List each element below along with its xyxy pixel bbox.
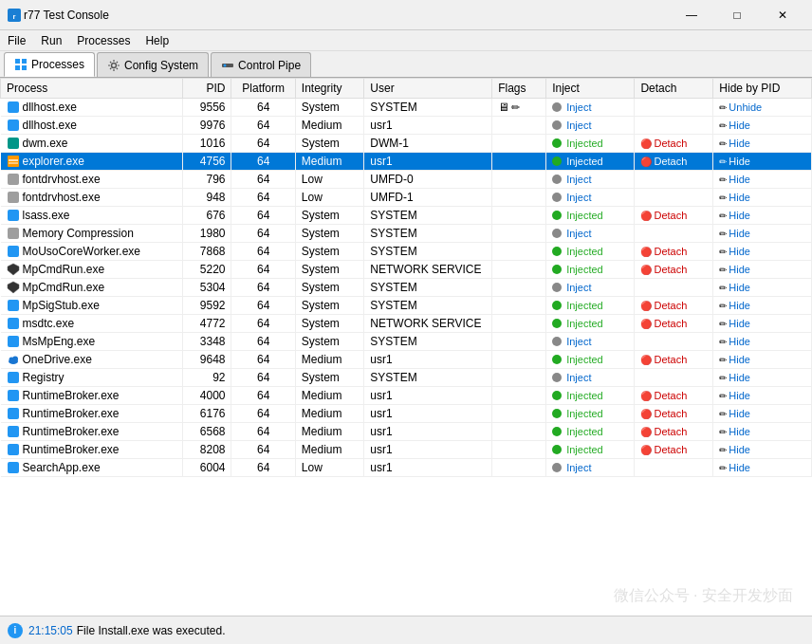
- inject-button[interactable]: Inject: [566, 282, 591, 293]
- table-row[interactable]: MpCmdRun.exe 5220 64 System NETWORK SERV…: [1, 261, 812, 279]
- detach-cell[interactable]: [635, 117, 713, 135]
- inject-cell[interactable]: Injected: [546, 387, 635, 405]
- detach-button[interactable]: Detach: [654, 426, 687, 437]
- inject-cell[interactable]: Injected: [546, 153, 635, 171]
- inject-cell[interactable]: Inject: [546, 369, 635, 387]
- hide-cell[interactable]: ✏Hide: [713, 207, 812, 225]
- hide-cell[interactable]: ✏Hide: [713, 369, 812, 387]
- inject-button[interactable]: Inject: [566, 192, 591, 203]
- hide-button[interactable]: Hide: [729, 138, 750, 149]
- hide-button[interactable]: Hide: [729, 228, 750, 239]
- table-row[interactable]: RuntimeBroker.exe 6568 64 Medium usr1 In…: [1, 423, 812, 441]
- minimize-button[interactable]: —: [670, 0, 713, 30]
- hide-button[interactable]: Hide: [729, 444, 750, 455]
- menu-file[interactable]: File: [0, 30, 33, 50]
- inject-cell[interactable]: Injected: [546, 135, 635, 153]
- hide-button[interactable]: Hide: [729, 282, 750, 293]
- hide-cell[interactable]: ✏Hide: [713, 225, 812, 243]
- inject-cell[interactable]: Inject: [546, 117, 635, 135]
- hide-button[interactable]: Hide: [729, 210, 750, 221]
- inject-cell[interactable]: Inject: [546, 189, 635, 207]
- hide-button[interactable]: Hide: [729, 426, 750, 437]
- detach-cell[interactable]: [635, 279, 713, 297]
- inject-cell[interactable]: Injected: [546, 351, 635, 369]
- inject-cell[interactable]: Injected: [546, 405, 635, 423]
- inject-cell[interactable]: Injected: [546, 297, 635, 315]
- detach-cell[interactable]: 🔴Detach: [635, 243, 713, 261]
- col-header-process[interactable]: Process: [1, 79, 183, 99]
- inject-button[interactable]: Inject: [566, 462, 591, 473]
- inject-cell[interactable]: Injected: [546, 423, 635, 441]
- detach-cell[interactable]: [635, 225, 713, 243]
- detach-button[interactable]: Detach: [654, 444, 687, 455]
- hide-button[interactable]: Hide: [729, 462, 750, 473]
- tab-processes[interactable]: Processes: [4, 52, 95, 77]
- inject-cell[interactable]: Inject: [546, 99, 635, 117]
- inject-button[interactable]: Inject: [566, 336, 591, 347]
- tab-control[interactable]: Control Pipe: [211, 52, 311, 77]
- inject-button[interactable]: Inject: [566, 372, 591, 383]
- table-row[interactable]: msdtc.exe 4772 64 System NETWORK SERVICE…: [1, 315, 812, 333]
- hide-cell[interactable]: ✏Hide: [713, 297, 812, 315]
- inject-cell[interactable]: Inject: [546, 171, 635, 189]
- col-header-flags[interactable]: Flags: [492, 79, 546, 99]
- menu-help[interactable]: Help: [138, 30, 176, 50]
- table-row[interactable]: RuntimeBroker.exe 6176 64 Medium usr1 In…: [1, 405, 812, 423]
- process-table-container[interactable]: Process PID Platform Integrity User Flag…: [0, 78, 812, 616]
- col-header-hide[interactable]: Hide by PID: [713, 79, 812, 99]
- hide-cell[interactable]: ✏Hide: [713, 261, 812, 279]
- hide-button[interactable]: Hide: [729, 372, 750, 383]
- inject-cell[interactable]: Inject: [546, 333, 635, 351]
- detach-button[interactable]: Detach: [654, 246, 687, 257]
- table-row[interactable]: fontdrvhost.exe 948 64 Low UMFD-1 Inject…: [1, 189, 812, 207]
- detach-button[interactable]: Detach: [654, 318, 687, 329]
- detach-cell[interactable]: [635, 369, 713, 387]
- table-row[interactable]: fontdrvhost.exe 796 64 Low UMFD-0 Inject…: [1, 171, 812, 189]
- table-row[interactable]: dwm.exe 1016 64 System DWM-1 Injected 🔴D…: [1, 135, 812, 153]
- detach-cell[interactable]: 🔴Detach: [635, 405, 713, 423]
- table-row[interactable]: RuntimeBroker.exe 8208 64 Medium usr1 In…: [1, 441, 812, 459]
- hide-cell[interactable]: ✏Hide: [713, 405, 812, 423]
- table-row[interactable]: lsass.exe 676 64 System SYSTEM Injected …: [1, 207, 812, 225]
- detach-cell[interactable]: 🔴Detach: [635, 153, 713, 171]
- table-row[interactable]: dllhost.exe 9556 64 System SYSTEM 🖥✏ Inj…: [1, 99, 812, 117]
- hide-cell[interactable]: ✏Unhide: [713, 99, 812, 117]
- hide-cell[interactable]: ✏Hide: [713, 315, 812, 333]
- detach-cell[interactable]: 🔴Detach: [635, 315, 713, 333]
- detach-cell[interactable]: [635, 171, 713, 189]
- col-header-integrity[interactable]: Integrity: [295, 79, 364, 99]
- detach-cell[interactable]: 🔴Detach: [635, 351, 713, 369]
- hide-cell[interactable]: ✏Hide: [713, 423, 812, 441]
- inject-button[interactable]: Inject: [566, 174, 591, 185]
- inject-cell[interactable]: Inject: [546, 279, 635, 297]
- table-row[interactable]: Memory Compression 1980 64 System SYSTEM…: [1, 225, 812, 243]
- col-header-inject[interactable]: Inject: [546, 79, 635, 99]
- hide-cell[interactable]: ✏Hide: [713, 171, 812, 189]
- detach-button[interactable]: Detach: [654, 264, 687, 275]
- table-row[interactable]: MsMpEng.exe 3348 64 System SYSTEM Inject…: [1, 333, 812, 351]
- table-row[interactable]: MoUsoCoreWorker.exe 7868 64 System SYSTE…: [1, 243, 812, 261]
- col-header-user[interactable]: User: [364, 79, 492, 99]
- table-row[interactable]: SearchApp.exe 6004 64 Low usr1 Inject ✏H…: [1, 459, 812, 477]
- hide-cell[interactable]: ✏Hide: [713, 117, 812, 135]
- inject-button[interactable]: Inject: [566, 101, 591, 113]
- detach-cell[interactable]: 🔴Detach: [635, 423, 713, 441]
- detach-cell[interactable]: 🔴Detach: [635, 297, 713, 315]
- hide-button[interactable]: Hide: [729, 354, 750, 365]
- inject-cell[interactable]: Inject: [546, 225, 635, 243]
- detach-button[interactable]: Detach: [654, 354, 687, 365]
- hide-button[interactable]: Hide: [729, 318, 750, 329]
- hide-button[interactable]: Hide: [729, 408, 750, 419]
- menu-processes[interactable]: Processes: [69, 30, 138, 50]
- col-header-platform[interactable]: Platform: [231, 79, 295, 99]
- table-row[interactable]: RuntimeBroker.exe 4000 64 Medium usr1 In…: [1, 387, 812, 405]
- hide-cell[interactable]: ✏Hide: [713, 135, 812, 153]
- inject-button[interactable]: Inject: [566, 228, 591, 239]
- inject-cell[interactable]: Injected: [546, 243, 635, 261]
- table-row[interactable]: dllhost.exe 9976 64 Medium usr1 Inject ✏…: [1, 117, 812, 135]
- detach-cell[interactable]: [635, 459, 713, 477]
- hide-cell[interactable]: ✏Hide: [713, 333, 812, 351]
- detach-cell[interactable]: [635, 333, 713, 351]
- maximize-button[interactable]: □: [715, 0, 759, 30]
- table-row[interactable]: MpSigStub.exe 9592 64 System SYSTEM Inje…: [1, 297, 812, 315]
